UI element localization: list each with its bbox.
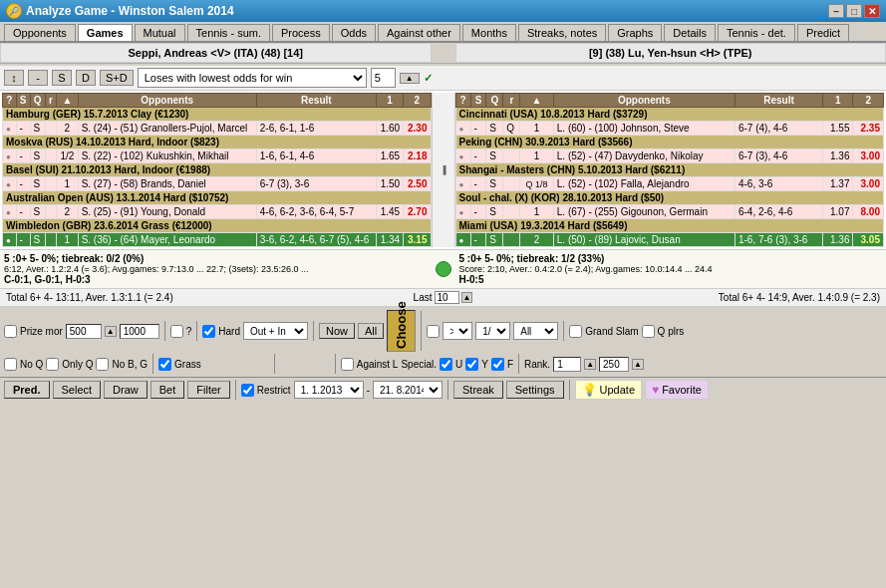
gte-select[interactable]: >= xyxy=(443,322,472,340)
grandslam-checkbox[interactable] xyxy=(569,325,582,338)
count-input[interactable] xyxy=(371,68,396,88)
prize-max-input[interactable] xyxy=(120,324,159,339)
close-button[interactable]: ✕ xyxy=(864,4,880,18)
tab-details[interactable]: Details xyxy=(664,24,716,41)
rank-up-button[interactable]: ▲ xyxy=(584,359,596,370)
tab-mutual[interactable]: Mutual xyxy=(135,24,185,41)
title-bar: 🎾 Analyze Game - Winston Salem 2014 – □ … xyxy=(0,0,886,22)
tab-against-other[interactable]: Against other xyxy=(378,24,460,41)
rank-max-input[interactable] xyxy=(599,357,629,372)
no-q-checkbox[interactable] xyxy=(4,358,17,371)
cell-num xyxy=(45,149,56,163)
left-table-section: ? S Q r ▲ Opponents Result 1 2 Hamburg (… xyxy=(2,93,432,247)
cell-s: S xyxy=(30,122,45,136)
cell-odds2: 2.50 xyxy=(404,177,431,191)
cell-indicator: - xyxy=(470,149,486,163)
gte-checkbox[interactable] xyxy=(427,325,440,338)
count-up-button[interactable]: ▲ xyxy=(400,73,420,84)
select-button[interactable]: Select xyxy=(53,381,102,399)
choose-button[interactable]: Choose xyxy=(387,310,416,352)
cell-opponent: L. (52) - (102) Falla, Alejandro xyxy=(553,177,735,191)
update-button[interactable]: 💡 Update xyxy=(575,380,642,400)
table-row[interactable]: ● - S 1 S. (27) - (58) Brands, Daniel 6-… xyxy=(3,177,432,191)
cell-s: S xyxy=(486,205,503,219)
hard-checkbox[interactable] xyxy=(202,325,215,338)
favorite-button[interactable]: ♥ Favorite xyxy=(645,380,709,400)
tab-process[interactable]: Process xyxy=(272,24,330,41)
tab-predict[interactable]: Predict xyxy=(797,24,849,41)
loses-select[interactable]: Loses with lowest odds for win xyxy=(138,68,367,88)
date-to-select[interactable]: 21. 8.2014 xyxy=(373,381,443,399)
no-bg-checkbox[interactable] xyxy=(96,358,109,371)
u-checkbox[interactable] xyxy=(440,358,452,371)
out-in-select[interactable]: Out + In xyxy=(243,322,308,340)
pred-button[interactable]: Pred. xyxy=(4,381,50,399)
date-separator: - xyxy=(367,385,370,396)
cell-odds1: 1.45 xyxy=(376,205,403,219)
rank-min-input[interactable] xyxy=(553,357,581,372)
tab-games[interactable]: Games xyxy=(78,24,133,41)
all-button[interactable]: All xyxy=(358,323,384,339)
divider-2 xyxy=(196,321,197,341)
filter-button[interactable]: Filter xyxy=(187,381,229,399)
tab-tennis-sum[interactable]: Tennis - sum. xyxy=(187,24,270,41)
f-label: F xyxy=(507,359,513,370)
cell-opponent: L. (60) - (100) Johnson, Steve xyxy=(553,122,735,136)
table-row[interactable]: ● - S 1 S. (36) - (64) Mayer, Leonardo 3… xyxy=(3,233,432,247)
d-button[interactable]: D xyxy=(76,70,96,86)
tab-streaks[interactable]: Streaks, notes xyxy=(518,24,606,41)
cell-odds1: 1.37 xyxy=(822,177,852,191)
table-row[interactable]: ● - S Q 1/8 L. (52) - (102) Falla, Aleja… xyxy=(455,177,884,191)
rank-max-up-button[interactable]: ▲ xyxy=(632,359,644,370)
now-button[interactable]: Now xyxy=(319,323,355,339)
sort-button[interactable]: ↕ xyxy=(4,70,24,86)
streak-button[interactable]: Streak xyxy=(453,381,503,399)
cell-result: 6-7 (3), 3-6 xyxy=(256,177,376,191)
minimize-button[interactable]: – xyxy=(828,4,844,18)
tab-months[interactable]: Months xyxy=(462,24,516,41)
restrict-checkbox[interactable] xyxy=(241,384,254,397)
table-row[interactable]: ● - S 1 L. (52) - (47) Davydenko, Nikola… xyxy=(455,149,884,163)
against-l-checkbox[interactable] xyxy=(341,358,354,371)
right-table-scroll[interactable]: ? S Q r ▲ Opponents Result 1 2 Cincinnat… xyxy=(455,93,885,247)
tournament-name: Shangai - Masters (CHN) 5.10.2013 Hard (… xyxy=(455,163,884,177)
cell-num xyxy=(45,177,56,191)
y-checkbox[interactable] xyxy=(465,358,478,371)
settings-button[interactable]: Settings xyxy=(506,381,564,399)
date-from-select[interactable]: 1. 1.2013 xyxy=(294,381,364,399)
qplrs-checkbox[interactable] xyxy=(642,325,655,338)
tab-bar: Opponents Games Mutual Tennis - sum. Pro… xyxy=(0,22,886,43)
sd-button[interactable]: S+D xyxy=(100,70,134,86)
left-table-scroll[interactable]: ? S Q r ▲ Opponents Result 1 2 Hamburg (… xyxy=(2,93,432,247)
th-1: 1 xyxy=(376,94,403,108)
only-q-checkbox[interactable] xyxy=(46,358,59,371)
th-opponents: Opponents xyxy=(78,94,256,108)
grass-checkbox[interactable] xyxy=(158,358,171,371)
prize-checkbox[interactable] xyxy=(4,325,17,338)
dash-button[interactable]: - xyxy=(28,70,48,86)
q-checkbox[interactable] xyxy=(170,325,183,338)
cell-s: S xyxy=(30,149,45,163)
prize-min-input[interactable] xyxy=(66,324,102,339)
table-row[interactable]: ● - S 1 L. (67) - (255) Gigounon, Germai… xyxy=(455,205,884,219)
right-player-header: [9] (38) Lu, Yen-hsun <H> (TPE) xyxy=(455,43,887,63)
tab-opponents[interactable]: Opponents xyxy=(4,24,76,41)
s-button[interactable]: S xyxy=(52,70,72,86)
tab-graphs[interactable]: Graphs xyxy=(608,24,662,41)
tab-odds[interactable]: Odds xyxy=(332,24,376,41)
tournament-name: Cincinnati (USA) 10.8.2013 Hard ($3729) xyxy=(455,108,884,122)
prize-up-button[interactable]: ▲ xyxy=(105,326,117,337)
all2-select[interactable]: All xyxy=(513,322,558,340)
table-row[interactable]: ● - S 1/2 S. (22) - (102) Kukushkin, Mik… xyxy=(3,149,432,163)
tab-tennis-det[interactable]: Tennis - det. xyxy=(718,24,795,41)
no-bg-label: No B, G xyxy=(112,359,148,370)
draw-button[interactable]: Draw xyxy=(104,381,148,399)
bet-button[interactable]: Bet xyxy=(150,381,185,399)
table-row[interactable]: ● - S 2 S. (25) - (91) Young, Donald 4-6… xyxy=(3,205,432,219)
table-row[interactable]: ● - S Q 1 L. (60) - (100) Johnson, Steve… xyxy=(455,122,884,136)
f-checkbox[interactable] xyxy=(491,358,504,371)
table-row[interactable]: ● - S 2 L. (50) - (89) Lajovic, Dusan 1-… xyxy=(455,233,884,247)
fraction-select[interactable]: 1/8 xyxy=(475,322,510,340)
maximize-button[interactable]: □ xyxy=(846,4,862,18)
table-row[interactable]: ● - S 2 S. (24) - (51) Granollers-Pujol,… xyxy=(3,122,432,136)
